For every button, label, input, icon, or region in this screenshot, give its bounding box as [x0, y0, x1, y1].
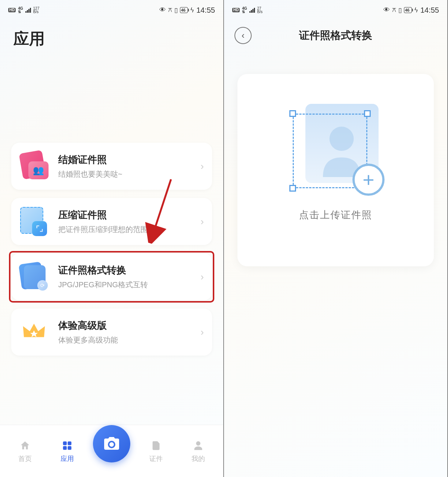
status-bar: HD 4G⇅ 127B/s 👁 ⚻ ▯ 46 ϟ 14:55	[0, 0, 223, 18]
nav-docs[interactable]: 证件	[139, 439, 173, 463]
card-title: 结婚证件照	[58, 153, 200, 166]
page-title: 证件照格式转换	[224, 28, 447, 43]
svg-rect-5	[68, 446, 72, 450]
page-header: ‹ 证件照格式转换	[224, 18, 447, 48]
charging-icon: ϟ	[190, 6, 194, 14]
home-icon	[19, 439, 31, 452]
chevron-right-icon: ›	[200, 216, 204, 227]
marriage-photo-icon: 👥	[19, 152, 49, 181]
document-icon	[150, 439, 162, 452]
chevron-right-icon: ›	[200, 161, 204, 172]
charging-icon: ϟ	[414, 6, 418, 14]
hd-icon: HD	[232, 8, 240, 12]
left-screen: HD 4G⇅ 127B/s 👁 ⚻ ▯ 46 ϟ 14:55 应用 👥 结婚证件…	[0, 0, 224, 477]
person-icon	[192, 439, 205, 452]
signal-icon	[249, 8, 255, 13]
hd-icon: HD	[8, 8, 16, 12]
signal-icon	[25, 8, 31, 13]
chevron-right-icon: ›	[200, 271, 204, 283]
app-card-list: 👥 结婚证件照 结婚照也要美美哒~ › 压缩证件照 把证件照压缩到理想的范围内 …	[0, 49, 223, 356]
card-subtitle: 体验更多高级功能	[58, 335, 200, 345]
card-convert-format[interactable]: ⟳ 证件照格式转换 JPG/JPEG和PNG格式互转 ›	[11, 253, 212, 300]
nav-label: 首页	[18, 454, 32, 463]
network-4g-icon: 4G⇅	[242, 7, 247, 13]
card-title: 压缩证件照	[58, 208, 200, 222]
svg-rect-4	[63, 446, 67, 450]
nav-apps[interactable]: 应用	[50, 439, 84, 463]
svg-rect-3	[68, 441, 72, 445]
net-speed: 27B/s	[257, 7, 262, 14]
card-subtitle: JPG/JPEG和PNG格式互转	[58, 280, 200, 290]
nav-mine[interactable]: 我的	[181, 439, 215, 463]
crop-handle-icon	[289, 110, 296, 117]
card-marriage-photo[interactable]: 👥 结婚证件照 结婚照也要美美哒~ ›	[11, 143, 212, 190]
convert-format-icon: ⟳	[19, 262, 49, 291]
upload-panel: + 点击上传证件照	[237, 74, 434, 266]
right-screen: HD 4G⇅ 27B/s 👁 ⚻ ▯ 46 ϟ 14:55 ‹ 证件照格式转换	[224, 0, 448, 477]
nav-label: 证件	[149, 454, 163, 463]
card-compress-photo[interactable]: 压缩证件照 把证件照压缩到理想的范围内 ›	[11, 198, 212, 245]
bluetooth-icon: ⚻	[392, 6, 396, 14]
nav-label: 我的	[192, 454, 205, 463]
crop-handle-icon	[289, 185, 296, 192]
bluetooth-icon: ⚻	[168, 6, 172, 14]
upload-hint-text: 点击上传证件照	[299, 208, 372, 222]
battery-icon: 46	[404, 7, 412, 13]
crown-icon	[19, 318, 49, 347]
battery-icon: 46	[180, 7, 188, 13]
crop-handle-icon	[364, 110, 371, 117]
page-title: 应用	[0, 18, 223, 49]
compress-photo-icon	[19, 207, 49, 236]
clock: 14:55	[420, 6, 439, 15]
upload-photo-button[interactable]: +	[293, 104, 379, 190]
nav-home[interactable]: 首页	[8, 439, 42, 463]
card-title: 体验高级版	[58, 319, 200, 332]
vibrate-icon: ▯	[398, 6, 402, 14]
vibrate-icon: ▯	[174, 6, 178, 14]
net-speed: 127B/s	[33, 7, 40, 14]
card-title: 证件照格式转换	[58, 264, 200, 277]
chevron-right-icon: ›	[200, 326, 204, 338]
nav-camera-button[interactable]	[93, 425, 130, 462]
camera-icon	[103, 435, 121, 453]
status-bar: HD 4G⇅ 27B/s 👁 ⚻ ▯ 46 ϟ 14:55	[224, 0, 447, 18]
clock: 14:55	[196, 6, 215, 15]
card-premium[interactable]: 体验高级版 体验更多高级功能 ›	[11, 309, 212, 356]
card-subtitle: 结婚照也要美美哒~	[58, 169, 200, 179]
eye-icon: 👁	[159, 6, 166, 14]
network-4g-icon: 4G⇅	[18, 7, 23, 13]
svg-rect-2	[63, 441, 67, 445]
nav-label: 应用	[60, 454, 74, 463]
eye-icon: 👁	[383, 6, 390, 14]
bottom-nav: 首页 应用 证件 我的	[0, 425, 223, 477]
add-icon: +	[352, 164, 385, 196]
card-subtitle: 把证件照压缩到理想的范围内	[58, 224, 200, 235]
apps-icon	[61, 439, 74, 452]
